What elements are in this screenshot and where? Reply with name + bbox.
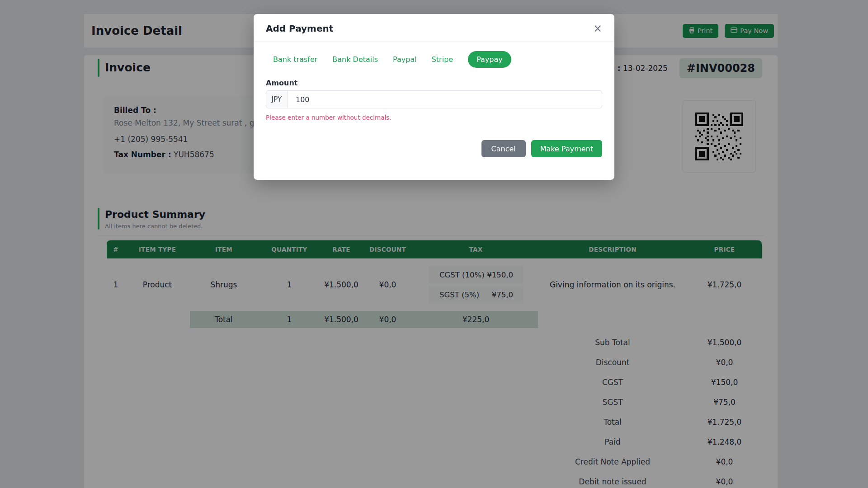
amount-input[interactable] (288, 90, 602, 108)
tab-bank-details[interactable]: Bank Details (332, 55, 378, 64)
tab-paypay[interactable]: Paypay (468, 51, 511, 68)
add-payment-modal: Add Payment × Bank trasfer Bank Details … (254, 14, 614, 180)
close-icon[interactable]: × (593, 24, 602, 33)
amount-label: Amount (266, 79, 602, 87)
modal-header: Add Payment × (254, 14, 614, 42)
cancel-button[interactable]: Cancel (481, 140, 526, 157)
tab-paypal[interactable]: Paypal (393, 55, 417, 64)
validation-error: Please enter a number without decimals. (266, 114, 602, 121)
currency-addon: JPY (266, 90, 288, 108)
modal-footer: Cancel Make Payment (254, 121, 614, 180)
payment-method-tabs: Bank trasfer Bank Details Paypal Stripe … (273, 51, 602, 68)
tab-stripe[interactable]: Stripe (432, 55, 453, 64)
make-payment-button[interactable]: Make Payment (531, 140, 602, 157)
modal-body: Bank trasfer Bank Details Paypal Stripe … (254, 42, 614, 121)
tab-bank-transfer[interactable]: Bank trasfer (273, 55, 317, 64)
modal-title: Add Payment (266, 23, 333, 34)
amount-input-group: JPY (266, 90, 602, 108)
